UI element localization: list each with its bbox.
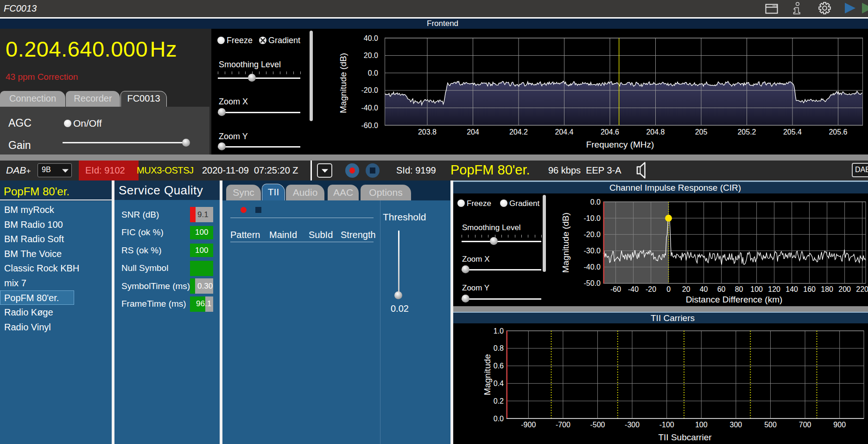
svg-text:205.4: 205.4 xyxy=(783,128,802,136)
svg-text:160: 160 xyxy=(803,285,816,293)
svg-text:1.0: 1.0 xyxy=(494,327,504,335)
svg-text:40: 40 xyxy=(700,285,708,293)
svg-text:220: 220 xyxy=(856,285,868,293)
svg-text:-300: -300 xyxy=(625,421,640,429)
svg-text:-20.0: -20.0 xyxy=(584,231,601,238)
svg-text:-10.0: -10.0 xyxy=(584,214,601,222)
svg-text:20.0: 20.0 xyxy=(364,51,378,59)
svg-text:-100: -100 xyxy=(659,421,674,429)
svg-text:Magnitude (dB): Magnitude (dB) xyxy=(338,53,348,113)
svg-text:0.2: 0.2 xyxy=(494,397,504,405)
svg-text:500: 500 xyxy=(764,421,777,429)
svg-text:205: 205 xyxy=(695,128,708,136)
svg-text:140: 140 xyxy=(786,285,798,293)
svg-text:0.0: 0.0 xyxy=(494,415,504,423)
svg-text:20: 20 xyxy=(682,285,691,293)
svg-text:700: 700 xyxy=(799,421,811,429)
svg-text:200: 200 xyxy=(838,285,851,293)
svg-text:TII Subcarrier: TII Subcarrier xyxy=(658,432,712,442)
svg-text:180: 180 xyxy=(821,285,833,293)
svg-text:-40.0: -40.0 xyxy=(584,263,601,271)
svg-text:80: 80 xyxy=(735,285,743,293)
svg-text:Frequency (MHz): Frequency (MHz) xyxy=(586,140,654,149)
svg-text:100: 100 xyxy=(750,285,763,293)
svg-text:0.6: 0.6 xyxy=(494,362,504,370)
svg-text:204.2: 204.2 xyxy=(509,128,528,136)
svg-text:204: 204 xyxy=(467,128,479,136)
svg-text:-900: -900 xyxy=(521,421,536,429)
svg-text:204.4: 204.4 xyxy=(555,128,573,136)
svg-text:-500: -500 xyxy=(590,421,605,429)
svg-text:-20.0: -20.0 xyxy=(361,86,379,94)
svg-text:0.0: 0.0 xyxy=(368,69,378,77)
svg-text:205.6: 205.6 xyxy=(829,128,847,136)
svg-text:-700: -700 xyxy=(556,421,570,429)
svg-text:300: 300 xyxy=(730,421,742,429)
svg-text:-40: -40 xyxy=(628,285,639,293)
svg-text:-50.0: -50.0 xyxy=(584,279,601,287)
svg-text:0.8: 0.8 xyxy=(494,344,504,352)
svg-text:0: 0 xyxy=(666,285,671,293)
svg-text:-40.0: -40.0 xyxy=(361,104,379,112)
svg-text:-60.0: -60.0 xyxy=(361,122,379,129)
svg-text:40.0: 40.0 xyxy=(364,34,378,42)
svg-text:-20: -20 xyxy=(646,285,656,293)
svg-text:100: 100 xyxy=(695,421,708,429)
svg-text:0.0: 0.0 xyxy=(590,198,601,206)
svg-text:-30.0: -30.0 xyxy=(584,247,601,255)
svg-text:0.4: 0.4 xyxy=(494,380,504,387)
svg-text:203.8: 203.8 xyxy=(418,128,437,136)
svg-text:120: 120 xyxy=(768,285,780,293)
svg-text:Distance Difference (km): Distance Difference (km) xyxy=(686,295,783,304)
svg-text:Magnitude: Magnitude xyxy=(482,354,492,395)
svg-text:-60: -60 xyxy=(610,285,621,293)
svg-text:204.6: 204.6 xyxy=(601,128,619,136)
svg-text:60: 60 xyxy=(717,285,726,293)
svg-text:204.8: 204.8 xyxy=(646,128,665,136)
svg-text:Magnitude (dB): Magnitude (dB) xyxy=(561,212,570,273)
svg-text:900: 900 xyxy=(833,421,846,429)
svg-text:205.2: 205.2 xyxy=(737,128,756,136)
